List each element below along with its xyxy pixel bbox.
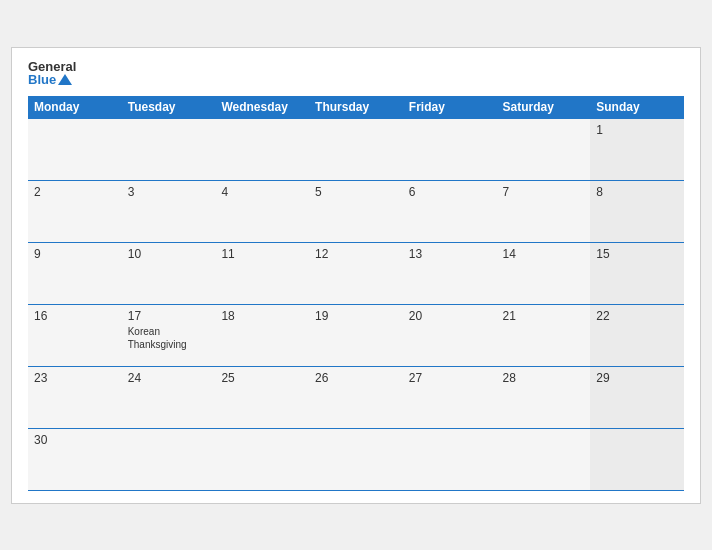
calendar-day: 5 [309,180,403,242]
calendar-day [309,428,403,490]
calendar-day: 8 [590,180,684,242]
day-number: 16 [34,309,116,323]
day-number: 5 [315,185,397,199]
calendar-day: 24 [122,366,216,428]
day-number: 30 [34,433,116,447]
logo-triangle-icon [58,74,72,85]
calendar-day: 11 [215,242,309,304]
calendar-day [309,118,403,180]
calendar-day [122,118,216,180]
weekday-header-row: MondayTuesdayWednesdayThursdayFridaySatu… [28,96,684,119]
day-number: 29 [596,371,678,385]
day-number: 23 [34,371,116,385]
calendar-day: 26 [309,366,403,428]
calendar-day [497,428,591,490]
calendar-day [122,428,216,490]
day-number: 17 [128,309,210,323]
day-number: 14 [503,247,585,261]
day-number: 11 [221,247,303,261]
calendar-day: 1 [590,118,684,180]
calendar-day: 13 [403,242,497,304]
day-number: 9 [34,247,116,261]
calendar-week-5: 23242526272829 [28,366,684,428]
calendar-day [590,428,684,490]
weekday-header-friday: Friday [403,96,497,119]
calendar-week-4: 1617Korean Thanksgiving1819202122 [28,304,684,366]
day-number: 18 [221,309,303,323]
calendar-day [28,118,122,180]
weekday-header-thursday: Thursday [309,96,403,119]
day-number: 28 [503,371,585,385]
calendar-day: 2 [28,180,122,242]
calendar-week-6: 30 [28,428,684,490]
calendar-day [403,118,497,180]
calendar-day: 12 [309,242,403,304]
day-number: 26 [315,371,397,385]
calendar-container: General Blue MondayTuesdayWednesdayThurs… [11,47,701,504]
calendar-week-3: 9101112131415 [28,242,684,304]
calendar-day: 17Korean Thanksgiving [122,304,216,366]
calendar-day: 16 [28,304,122,366]
day-number: 22 [596,309,678,323]
weekday-header-sunday: Sunday [590,96,684,119]
weekday-header-wednesday: Wednesday [215,96,309,119]
calendar-day: 25 [215,366,309,428]
calendar-day: 4 [215,180,309,242]
calendar-day: 3 [122,180,216,242]
weekday-header-tuesday: Tuesday [122,96,216,119]
calendar-day: 14 [497,242,591,304]
day-number: 15 [596,247,678,261]
logo: General Blue [28,60,76,86]
calendar-day: 7 [497,180,591,242]
calendar-day [497,118,591,180]
calendar-day: 21 [497,304,591,366]
logo-general-text: General [28,60,76,73]
calendar-day: 29 [590,366,684,428]
day-number: 3 [128,185,210,199]
calendar-day: 27 [403,366,497,428]
calendar-week-2: 2345678 [28,180,684,242]
calendar-day: 20 [403,304,497,366]
calendar-day: 30 [28,428,122,490]
event-label: Korean Thanksgiving [128,325,210,351]
day-number: 19 [315,309,397,323]
calendar-day: 28 [497,366,591,428]
calendar-day [215,428,309,490]
weekday-header-monday: Monday [28,96,122,119]
day-number: 12 [315,247,397,261]
day-number: 24 [128,371,210,385]
logo-row: Blue [28,73,72,86]
calendar-day: 22 [590,304,684,366]
day-number: 2 [34,185,116,199]
day-number: 10 [128,247,210,261]
day-number: 7 [503,185,585,199]
day-number: 6 [409,185,491,199]
day-number: 27 [409,371,491,385]
calendar-day: 18 [215,304,309,366]
day-number: 1 [596,123,678,137]
day-number: 4 [221,185,303,199]
calendar-day: 23 [28,366,122,428]
calendar-day: 10 [122,242,216,304]
calendar-day: 15 [590,242,684,304]
day-number: 8 [596,185,678,199]
calendar-day: 9 [28,242,122,304]
calendar-week-1: 1 [28,118,684,180]
calendar-day [403,428,497,490]
day-number: 13 [409,247,491,261]
calendar-header: General Blue [28,60,684,86]
day-number: 21 [503,309,585,323]
calendar-day [215,118,309,180]
weekday-header-saturday: Saturday [497,96,591,119]
calendar-table: MondayTuesdayWednesdayThursdayFridaySatu… [28,96,684,491]
calendar-day: 19 [309,304,403,366]
calendar-day: 6 [403,180,497,242]
day-number: 25 [221,371,303,385]
logo-blue-text: Blue [28,73,56,86]
day-number: 20 [409,309,491,323]
